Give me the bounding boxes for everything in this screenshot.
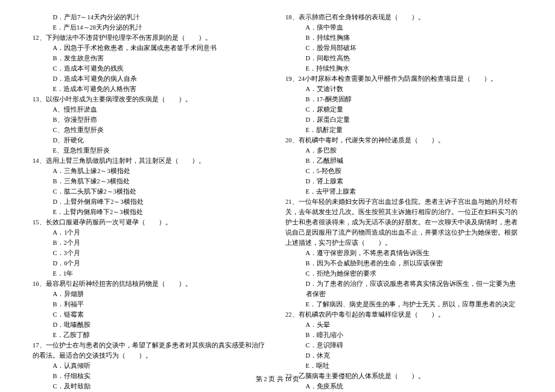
option: C．拒绝为她保密的要求	[285, 268, 522, 279]
option: D．6个月	[33, 258, 270, 268]
option: A．艾迪计数	[285, 84, 522, 94]
option: B．乙酰胆碱	[285, 156, 522, 166]
option: A．三角肌上缘2～3横指处	[33, 166, 270, 176]
option: E．乙胺丁醇	[33, 330, 270, 340]
page-footer: 第 2 页 共 16 页	[0, 375, 555, 384]
option: E、亚急性重型肝炎	[33, 145, 270, 156]
option: D．吡嗪酰胺	[33, 320, 270, 330]
option: B．三角肌下缘2～3横指处	[33, 176, 270, 186]
option: B．持续性胸痛	[285, 33, 522, 43]
option: A．因急于手术抢救患者，未由家属或患者签手术同意书	[33, 43, 270, 53]
option: A．异烟肼	[33, 289, 270, 299]
option: E．产后14～28天内分泌的乳汁	[33, 22, 270, 33]
option: E．持续性胸水	[285, 63, 522, 74]
option: A．1个月	[33, 227, 270, 238]
option: A．认真倾听	[33, 361, 270, 371]
option: C．3个月	[33, 248, 270, 258]
option: B．瞳孔缩小	[285, 330, 522, 340]
option: C．5-羟色胺	[285, 166, 522, 176]
option: B．17-酮类固醇	[285, 94, 522, 104]
option: E．造成本可避免的人格伤害	[33, 84, 270, 94]
option: E．肌酐定量	[285, 125, 522, 135]
option: C．肱二头肌下缘2～3横指处	[33, 186, 270, 197]
option: E．上臂内侧肩峰下2～3横指处	[33, 207, 270, 217]
question-19-stem: 19、24小时尿标本检查需要加入甲醛作为防腐剂的检查项目是（ ）。	[285, 74, 522, 84]
option: B、弥漫型肝癌	[33, 115, 270, 125]
question-12-stem: 12、下列做法中不违背护理伦理学不伤害原则的是（ ）。	[33, 33, 270, 43]
question-14-stem: 14、选用上臂三角肌做肌内注射时，其注射区是（ ）。	[33, 156, 270, 166]
left-column: D．产后7～14天内分泌的乳汁 E．产后14～28天内分泌的乳汁 12、下列做法…	[33, 12, 270, 367]
option: C．股骨局部破坏	[285, 43, 522, 53]
option: E．呕吐	[285, 361, 522, 371]
option: A、慢性肝淤血	[33, 104, 270, 115]
option: B．因为不会威胁到患者的生命，所以应该保密	[285, 258, 522, 268]
option: C．意识障碍	[285, 340, 522, 350]
question-17-stem: 17、一位护士在与患者的交谈中，希望了解更多患者对其疾病的真实感受和治疗的看法。…	[33, 340, 270, 361]
option: D．尿蛋白定量	[285, 115, 522, 125]
option: E．去甲肾上腺素	[285, 186, 522, 197]
option: B．发生故意伤害	[33, 53, 270, 63]
option: A．遵守保密原则，不将患者真情告诉医生	[285, 248, 522, 258]
option: D．为了患者的治疗，应该说服患者将真实情况告诉医生，但一定要为患者保密	[285, 279, 522, 299]
option: E．1年	[33, 268, 270, 279]
option: C．造成本可避免的残疾	[33, 63, 270, 74]
question-20-stem: 20、有机磷中毒时，代谢失常的神经递质是（ ）。	[285, 135, 522, 145]
option: A．痰中带血	[285, 22, 522, 33]
question-15-stem: 15、长效口服避孕药服药一次可避孕（ ）。	[33, 217, 270, 227]
option: D．造成本可避免的病人自杀	[33, 74, 270, 84]
option: D．肾上腺素	[285, 176, 522, 186]
option: C．链霉素	[33, 309, 270, 320]
option: D．上臂外侧肩峰下2～3横指处	[33, 197, 270, 207]
option: C．尿糖定量	[285, 104, 522, 115]
option: B．2个月	[33, 238, 270, 248]
option: A．多巴胺	[285, 145, 522, 156]
option: C、急性重型肝炎	[33, 125, 270, 135]
right-column: 18、表示肺癌已有全身转移的表现是（ ）。 A．痰中带血 B．持续性胸痛 C．股…	[285, 12, 522, 367]
option: D．休克	[285, 350, 522, 361]
option: D．产后7～14天内分泌的乳汁	[33, 12, 270, 22]
option: D、肝硬化	[33, 135, 270, 145]
question-13-stem: 13、以假小叶形成为主要病理改变的疾病是（ ）。	[33, 94, 270, 104]
option: D．间歇性高热	[285, 53, 522, 63]
question-21-stem: 21、一位年轻的未婚妇女因子宫出血过多住院。患者主诉子宫出血与她的月经有关，去年…	[285, 197, 522, 248]
question-22-stem: 22、有机磷农药中毒引起的毒蕈碱样症状是（ ）。	[285, 309, 522, 320]
option: A．头晕	[285, 320, 522, 330]
question-18-stem: 18、表示肺癌已有全身转移的表现是（ ）。	[285, 12, 522, 22]
option: E．了解病因、病史是医生的事，与护士无关，所以，应尊重患者的决定	[285, 299, 522, 309]
question-16-stem: 16、最容易引起听神经担害的抗结核药物是（ ）。	[33, 279, 270, 289]
option: B．利福平	[33, 299, 270, 309]
